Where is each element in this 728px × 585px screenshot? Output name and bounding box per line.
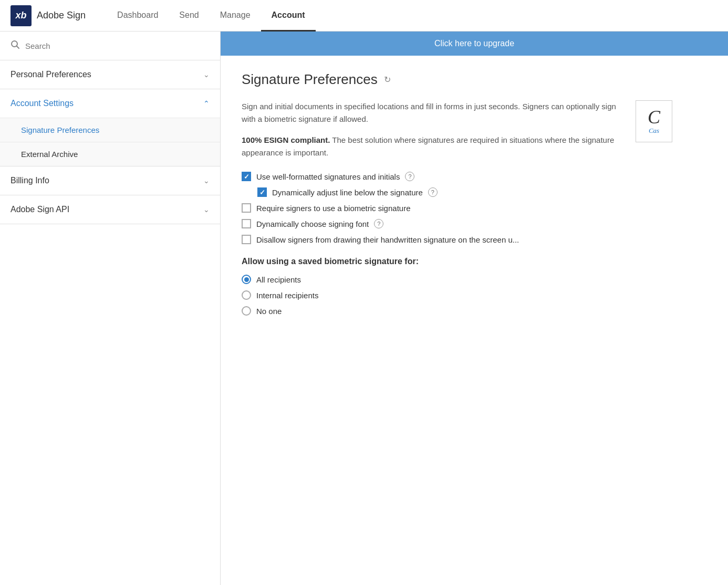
sidebar-section-api: Adobe Sign API ⌄	[0, 195, 220, 224]
tab-manage[interactable]: Manage	[210, 0, 261, 32]
search-icon	[11, 40, 20, 51]
checkbox-label-dynamic-font: Dynamically choose signing font	[256, 220, 369, 228]
sidebar-section-label-account-settings: Account Settings	[11, 99, 74, 108]
checkbox-biometric-required[interactable]	[242, 203, 251, 213]
sidebar-section-billing: Billing Info ⌄	[0, 166, 220, 195]
checkbox-dynamic-line[interactable]	[257, 187, 267, 197]
checkbox-label-disallow-drawing: Disallow signers from drawing their hand…	[256, 235, 519, 244]
description-text: Sign and initial documents in specified …	[242, 100, 672, 126]
radio-label-no-one: No one	[256, 307, 282, 316]
radio-internal-recipients[interactable]	[242, 290, 251, 300]
checkbox-well-formatted[interactable]	[242, 172, 251, 181]
esign-text: 100% ESIGN compliant. The best solution …	[242, 134, 672, 159]
sidebar-section-label-personal: Personal Preferences	[11, 70, 91, 79]
radio-label-internal-recipients: Internal recipients	[256, 291, 318, 300]
sidebar-section-header-account-settings[interactable]: Account Settings ⌃	[0, 89, 220, 118]
checkbox-disallow-drawing[interactable]	[242, 235, 251, 244]
refresh-icon[interactable]: ↻	[384, 75, 391, 85]
radio-no-one[interactable]	[242, 306, 251, 316]
checkbox-group: Use well-formatted signatures and initia…	[242, 172, 672, 244]
radio-item-no-one: No one	[242, 306, 672, 316]
radio-label-all-recipients: All recipients	[256, 275, 301, 284]
upgrade-banner[interactable]: Click here to upgrade	[221, 32, 728, 56]
tab-send[interactable]: Send	[169, 0, 209, 32]
sidebar-section-label-billing: Billing Info	[11, 176, 49, 185]
sidebar-section-header-billing[interactable]: Billing Info ⌄	[0, 166, 220, 195]
logo-icon: xb	[11, 5, 32, 26]
logo-text: Adobe Sign	[37, 10, 86, 21]
content-area: Click here to upgrade Signature Preferen…	[221, 32, 728, 585]
esign-bold: 100% ESIGN compliant.	[242, 135, 330, 144]
page-title-row: Signature Preferences ↻	[242, 71, 672, 88]
nav-tabs: Dashboard Send Manage Account	[107, 0, 315, 31]
sidebar-section-label-api: Adobe Sign API	[11, 205, 69, 214]
help-icon-dynamic-font[interactable]: ?	[374, 219, 383, 228]
chevron-down-icon-api: ⌄	[203, 205, 210, 214]
checkbox-item-dynamic-font: Dynamically choose signing font ?	[242, 219, 672, 228]
tab-dashboard[interactable]: Dashboard	[107, 0, 169, 32]
page-title: Signature Preferences	[242, 71, 378, 88]
radio-all-recipients[interactable]	[242, 275, 251, 284]
search-bar	[0, 32, 220, 60]
chevron-down-icon-billing: ⌄	[203, 176, 210, 185]
checkbox-dynamic-font[interactable]	[242, 219, 251, 228]
radio-section-title: Allow using a saved biometric signature …	[242, 257, 672, 266]
checkbox-item-well-formatted: Use well-formatted signatures and initia…	[242, 172, 672, 181]
checkbox-label-well-formatted: Use well-formatted signatures and initia…	[256, 172, 400, 181]
sidebar-item-signature-preferences[interactable]: Signature Preferences	[0, 118, 220, 142]
sidebar-item-external-archive[interactable]: External Archive	[0, 142, 220, 166]
logo-area: xb Adobe Sign	[11, 5, 86, 26]
content-body: Signature Preferences ↻ C Cas Sign and i…	[221, 56, 693, 338]
checkbox-item-disallow-drawing: Disallow signers from drawing their hand…	[242, 235, 672, 244]
main-layout: Personal Preferences ⌄ Account Settings …	[0, 32, 728, 585]
help-icon-well-formatted[interactable]: ?	[405, 172, 414, 181]
sidebar-section-header-personal[interactable]: Personal Preferences ⌄	[0, 60, 220, 89]
help-icon-dynamic-line[interactable]: ?	[428, 187, 438, 197]
checkbox-item-dynamic-line: Dynamically adjust line below the signat…	[257, 187, 672, 197]
chevron-up-icon: ⌃	[203, 99, 210, 108]
svg-line-1	[17, 46, 19, 49]
checkbox-label-dynamic-line: Dynamically adjust line below the signat…	[272, 188, 423, 197]
chevron-down-icon: ⌄	[203, 70, 210, 79]
sidebar-section-personal: Personal Preferences ⌄	[0, 60, 220, 89]
sig-preview-letter: C	[648, 108, 660, 127]
sidebar: Personal Preferences ⌄ Account Settings …	[0, 32, 221, 585]
radio-item-all-recipients: All recipients	[242, 275, 672, 284]
radio-section: Allow using a saved biometric signature …	[242, 257, 672, 316]
checkbox-label-biometric-required: Require signers to use a biometric signa…	[256, 204, 410, 213]
sidebar-section-header-api[interactable]: Adobe Sign API ⌄	[0, 195, 220, 224]
signature-preview: C Cas	[636, 100, 672, 142]
sidebar-section-account-settings: Account Settings ⌃ Signature Preferences…	[0, 89, 220, 166]
tab-account[interactable]: Account	[261, 0, 316, 32]
description-section: C Cas Sign and initial documents in spec…	[242, 100, 672, 172]
radio-item-internal-recipients: Internal recipients	[242, 290, 672, 300]
header: xb Adobe Sign Dashboard Send Manage Acco…	[0, 0, 728, 32]
search-input[interactable]	[25, 41, 210, 50]
sig-preview-name: Cas	[649, 127, 659, 135]
checkbox-item-biometric-required: Require signers to use a biometric signa…	[242, 203, 672, 213]
sidebar-sub-items-account-settings: Signature Preferences External Archive	[0, 118, 220, 166]
